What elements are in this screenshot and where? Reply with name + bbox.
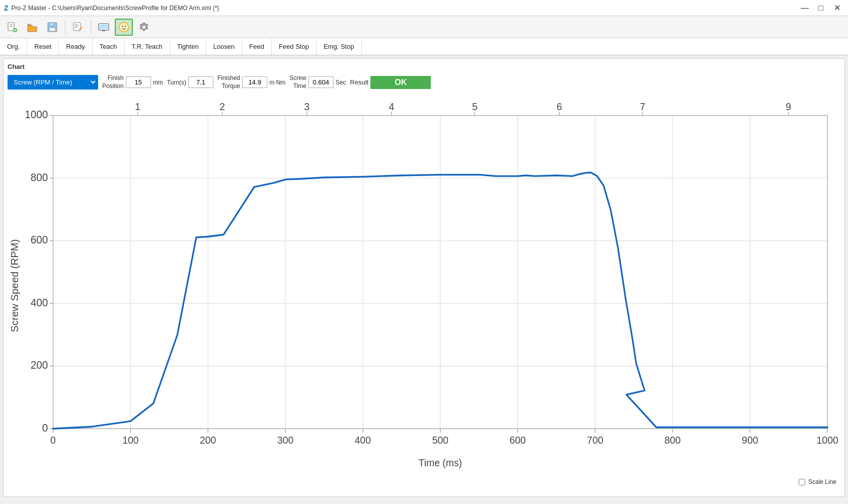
svg-text:2: 2 — [219, 101, 225, 112]
menu-emg-stop[interactable]: Emg. Stop — [317, 38, 362, 55]
menu-org[interactable]: Org. — [0, 38, 27, 55]
finish-position-unit: mm — [153, 79, 163, 86]
finished-torque-value[interactable]: 14.9 — [242, 76, 267, 88]
titlebar: Z Pro-Z Master - C:\Users\Ryan\Documents… — [0, 0, 848, 16]
svg-text:400: 400 — [31, 296, 48, 308]
svg-text:800: 800 — [31, 171, 48, 183]
svg-rect-7 — [49, 23, 54, 26]
finished-torque-label: FinishedTorque — [217, 74, 240, 90]
svg-text:200: 200 — [31, 359, 48, 371]
controls-row: Screw (RPM / Time) Screw (Torque / Time)… — [8, 74, 840, 90]
svg-text:100: 100 — [122, 435, 138, 446]
chart-container: 0 200 400 600 800 1000 0 100 200 300 — [8, 95, 840, 476]
face-button[interactable] — [115, 19, 133, 36]
svg-text:700: 700 — [587, 435, 603, 446]
scale-line-checkbox[interactable] — [799, 479, 805, 485]
maximize-button[interactable]: □ — [814, 2, 828, 14]
svg-text:900: 900 — [742, 435, 758, 446]
screen-button[interactable] — [95, 19, 113, 36]
turns-label: Turn(s) — [167, 79, 186, 86]
svg-text:9: 9 — [786, 101, 791, 112]
screw-time-value[interactable]: 0.604 — [309, 76, 334, 88]
svg-point-18 — [122, 26, 123, 27]
svg-text:4: 4 — [389, 101, 394, 112]
svg-text:0: 0 — [42, 422, 48, 434]
svg-text:300: 300 — [277, 435, 293, 446]
screw-time-label: ScrewTime — [289, 74, 306, 90]
turns-value[interactable]: 7.1 — [188, 76, 213, 88]
svg-point-17 — [119, 23, 128, 32]
menu-reset[interactable]: Reset — [27, 38, 59, 55]
menubar: Org. Reset Ready Teach T.R. Teach Tighte… — [0, 38, 848, 55]
finish-position-value[interactable]: 15 — [126, 76, 151, 88]
menu-loosen[interactable]: Loosen — [206, 38, 243, 55]
svg-text:Screw Speed (RPM): Screw Speed (RPM) — [9, 239, 20, 332]
svg-text:600: 600 — [510, 435, 526, 446]
edit-button[interactable] — [69, 19, 87, 36]
svg-rect-8 — [49, 28, 55, 31]
svg-point-19 — [125, 26, 126, 27]
svg-text:3: 3 — [304, 101, 310, 112]
chart-svg: 0 200 400 600 800 1000 0 100 200 300 — [8, 95, 840, 476]
finished-torque-unit: m·Nm — [269, 79, 285, 86]
menu-tighten[interactable]: Tighten — [170, 38, 206, 55]
svg-text:600: 600 — [31, 234, 48, 246]
svg-text:1: 1 — [135, 101, 140, 112]
screw-time-group: ScrewTime 0.604 Sec — [289, 74, 346, 90]
svg-text:6: 6 — [557, 101, 562, 112]
screw-time-unit: Sec — [336, 79, 346, 86]
bottom-bar: Scale Line — [8, 476, 840, 487]
finish-position-group: FinishPosition 15 mm — [102, 74, 163, 90]
chart-type-dropdown[interactable]: Screw (RPM / Time) Screw (Torque / Time)… — [8, 75, 98, 90]
menu-ready[interactable]: Ready — [59, 38, 93, 55]
svg-rect-14 — [100, 25, 108, 29]
svg-text:200: 200 — [200, 435, 216, 446]
new-file-button[interactable] — [3, 19, 21, 36]
menu-feed-stop[interactable]: Feed Stop — [272, 38, 317, 55]
finished-torque-group: FinishedTorque 14.9 m·Nm — [217, 74, 285, 90]
menu-teach[interactable]: Teach — [93, 38, 125, 55]
svg-text:0: 0 — [50, 435, 56, 446]
turns-group: Turn(s) 7.1 — [167, 76, 213, 88]
result-group: Result OK — [350, 76, 431, 89]
svg-text:500: 500 — [432, 435, 448, 446]
svg-text:5: 5 — [472, 101, 478, 112]
svg-point-20 — [142, 26, 145, 29]
app-icon: Z — [4, 4, 9, 12]
svg-text:Time (ms): Time (ms) — [419, 457, 462, 468]
settings-button[interactable] — [135, 19, 153, 36]
window-controls: — □ ✕ — [798, 2, 844, 14]
toolbar-separator-2 — [91, 20, 91, 34]
minimize-button[interactable]: — — [798, 2, 812, 14]
svg-rect-0 — [8, 23, 14, 31]
result-value: OK — [370, 76, 431, 89]
svg-text:800: 800 — [664, 435, 680, 446]
open-file-button[interactable] — [23, 19, 41, 36]
close-button[interactable]: ✕ — [830, 2, 844, 14]
svg-text:1000: 1000 — [25, 109, 48, 121]
save-button[interactable] — [43, 19, 61, 36]
window-title: Pro-Z Master - C:\Users\Ryan\Documents\S… — [12, 5, 798, 12]
svg-text:7: 7 — [640, 101, 646, 112]
main-content: Chart Screw (RPM / Time) Screw (Torque /… — [3, 58, 845, 497]
toolbar — [0, 16, 848, 38]
chart-title: Chart — [8, 63, 840, 70]
svg-text:1000: 1000 — [817, 435, 838, 446]
menu-feed[interactable]: Feed — [242, 38, 272, 55]
finish-position-label: FinishPosition — [102, 74, 124, 90]
menu-tr-teach[interactable]: T.R. Teach — [125, 38, 170, 55]
scale-line-label[interactable]: Scale Line — [808, 478, 836, 485]
svg-text:400: 400 — [355, 435, 371, 446]
result-label: Result — [350, 78, 368, 86]
toolbar-separator-1 — [65, 20, 65, 34]
